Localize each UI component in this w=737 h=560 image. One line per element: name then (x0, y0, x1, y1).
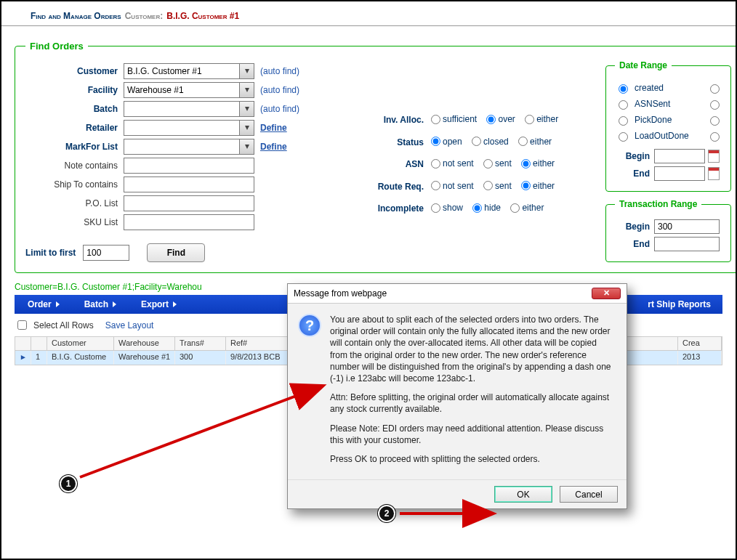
date-extra-radio-3[interactable] (706, 114, 722, 126)
retailer-field-label: Retailer (25, 123, 124, 133)
title-text: Find and Manage Orders (31, 11, 121, 21)
limit-label: Limit to first (25, 248, 76, 258)
chevron-right-icon (113, 301, 116, 307)
date-extra-radio-4[interactable] (706, 130, 722, 142)
cell-trans: 300 (175, 351, 226, 365)
cell-crea: 2013 (678, 351, 722, 365)
trans-begin-label: Begin (615, 222, 650, 232)
date-opt-loadoutdone[interactable]: LoadOutDone (615, 130, 689, 142)
invalloc-opt-either[interactable]: either (525, 114, 558, 124)
asn-label: ASN (351, 159, 431, 169)
col-warehouse[interactable]: Warehouse (114, 337, 175, 350)
select-all-rows[interactable]: Select All Rows (15, 318, 94, 332)
status-label: Status (351, 137, 431, 147)
trans-range-legend: Transaction Range (615, 199, 701, 209)
asn-opt-either[interactable]: either (521, 158, 555, 169)
facility-input[interactable] (124, 82, 240, 98)
date-begin-input[interactable] (654, 149, 705, 163)
customer-label: Customer: (125, 11, 164, 21)
route-opt-sent[interactable]: sent (483, 181, 512, 191)
batch-dropdown[interactable]: ▾ (240, 101, 254, 117)
date-opt-created[interactable]: created (615, 82, 689, 94)
invalloc-opt-over[interactable]: over (486, 114, 515, 124)
incomp-opt-either[interactable]: either (510, 203, 544, 213)
customer-input[interactable] (124, 63, 240, 79)
retailer-dropdown[interactable]: ▾ (240, 120, 254, 136)
chevron-right-icon (173, 301, 177, 307)
route-opt-notsent[interactable]: not sent (431, 181, 474, 191)
polist-input[interactable] (124, 195, 254, 211)
customer-name: B.I.G. Customer #1 (166, 11, 239, 21)
customer-field-label: Customer (25, 66, 124, 76)
find-button[interactable]: Find (147, 243, 205, 262)
invalloc-label: Inv. Alloc. (351, 115, 431, 125)
retailer-input[interactable] (124, 120, 240, 136)
skulist-field-label: SKU List (25, 217, 124, 227)
menu-batch[interactable]: Batch (71, 299, 128, 309)
col-idx (31, 337, 47, 350)
menu-order[interactable]: Order (15, 299, 71, 309)
dialog-paragraph-3: Please Note: EDI orders may need additio… (330, 423, 615, 446)
incomp-opt-hide[interactable]: hide (472, 203, 501, 213)
date-extra-radio-1[interactable] (706, 82, 722, 94)
status-opt-either[interactable]: either (518, 137, 552, 147)
date-extra-radio-2[interactable] (706, 98, 722, 110)
cell-warehouse: Warehouse #1 (114, 351, 175, 365)
facility-dropdown[interactable]: ▾ (240, 82, 254, 98)
dialog-close-button[interactable]: ✕ (592, 288, 621, 299)
trans-range-fieldset: Transaction Range Begin End (605, 199, 731, 262)
trans-begin-input[interactable] (654, 219, 720, 234)
col-trans[interactable]: Trans# (175, 337, 226, 350)
customer-autofind-link[interactable]: (auto find) (260, 66, 299, 76)
save-layout-link[interactable]: Save Layout (105, 320, 154, 330)
date-end-input[interactable] (654, 166, 705, 181)
markfor-input[interactable] (124, 139, 240, 155)
route-opt-either[interactable]: either (521, 181, 555, 191)
asn-opt-sent[interactable]: sent (483, 158, 512, 169)
date-range-fieldset: Date Range created ASNSent PickDone Load… (605, 60, 731, 192)
menu-export[interactable]: Export (128, 299, 188, 309)
calendar-icon[interactable] (708, 167, 720, 180)
invalloc-opt-sufficient[interactable]: sufficient (431, 114, 477, 124)
col-crea[interactable]: Crea (678, 337, 722, 350)
shipto-input[interactable] (124, 176, 254, 192)
retailer-define-link[interactable]: Define (260, 123, 287, 133)
note-input[interactable] (124, 158, 254, 174)
limit-input[interactable] (83, 245, 129, 261)
batch-input[interactable] (124, 101, 240, 117)
calendar-icon[interactable] (708, 150, 720, 163)
date-begin-label: Begin (615, 151, 650, 161)
dialog-paragraph-2: Attn: Before splitting, the original ord… (330, 391, 615, 415)
date-end-label: End (615, 169, 650, 179)
date-opt-pickdone[interactable]: PickDone (615, 114, 689, 126)
dialog-title: Message from webpage (294, 288, 387, 299)
asn-opt-notsent[interactable]: not sent (431, 158, 474, 169)
markfor-dropdown[interactable]: ▾ (240, 139, 254, 155)
message-dialog: Message from webpage ✕ ? You are about t… (287, 283, 627, 509)
batch-autofind-link[interactable]: (auto find) (260, 104, 299, 114)
cell-customer: B.I.G. Custome (47, 351, 114, 365)
dialog-paragraph-1: You are about to split each of the selec… (330, 314, 615, 384)
incomp-opt-show[interactable]: show (431, 203, 463, 213)
markfor-define-link[interactable]: Define (260, 142, 287, 152)
date-opt-asnsent[interactable]: ASNSent (615, 98, 689, 110)
shipto-field-label: Ship To contains (25, 179, 124, 190)
skulist-input[interactable] (124, 214, 254, 230)
svg-line-0 (80, 386, 321, 477)
col-customer[interactable]: Customer (47, 337, 114, 350)
ok-button[interactable]: OK (494, 486, 552, 503)
facility-field-label: Facility (25, 85, 124, 95)
cell-idx: 1 (31, 351, 47, 365)
find-fieldset: Find Orders Customer ▾ (auto find) Facil… (15, 41, 737, 273)
date-range-legend: Date Range (615, 60, 672, 70)
status-opt-open[interactable]: open (431, 137, 462, 147)
facility-autofind-link[interactable]: (auto find) (260, 85, 299, 95)
status-opt-closed[interactable]: closed (472, 137, 509, 147)
row-expander-icon[interactable]: ▸ (15, 351, 31, 365)
cancel-button[interactable]: Cancel (560, 486, 618, 503)
find-legend: Find Orders (25, 41, 88, 52)
menu-ship-reports[interactable]: rt Ship Reports (635, 299, 722, 309)
trans-end-input[interactable] (654, 237, 720, 251)
batch-field-label: Batch (25, 104, 124, 114)
customer-dropdown[interactable]: ▾ (240, 63, 254, 79)
